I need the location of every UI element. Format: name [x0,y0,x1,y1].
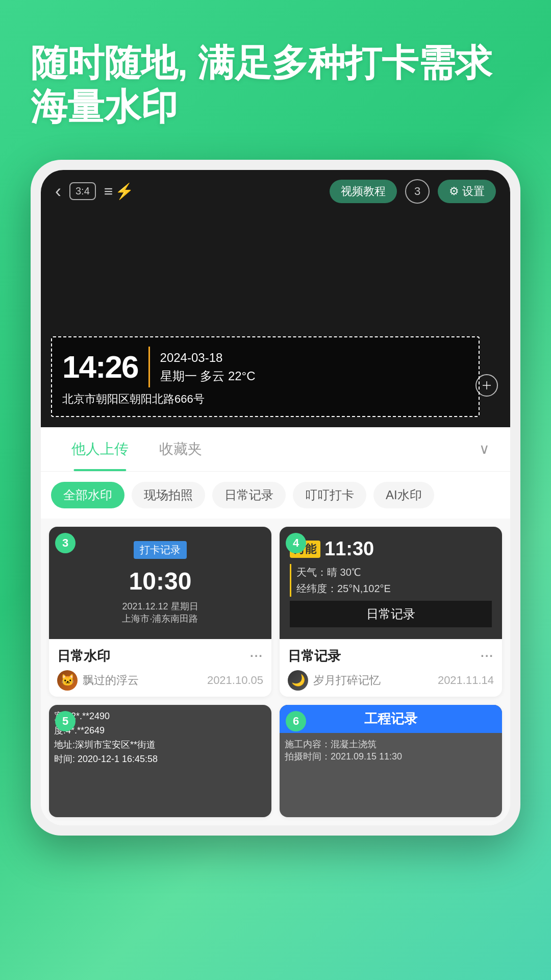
card-5-badge: 5 [55,711,76,731]
watermark-weather: 星期一 多云 22°C [160,367,256,385]
card-4-avatar: 🌙 [288,670,308,691]
card-5[interactable]: 5 宽:12*.**2490 度:4*.**2649 地址:深圳市宝安区**街道… [49,705,271,817]
card-6-header: 工程记录 [280,705,502,733]
card-3-avatar: 🐱 [57,670,78,691]
filter-scene[interactable]: 现场拍照 [132,482,205,508]
crosshair-icon [475,374,498,397]
card-3-date-label: 2021.10.05 [207,674,263,687]
settings-label: 设置 [462,184,485,199]
card-4-weather: 天气：晴 30℃ 经纬度：25°N,102°E [290,564,492,597]
watermark-overlay[interactable]: 14:26 2024-03-18 星期一 多云 22°C 北京市朝阳区朝阳北路6… [51,336,480,417]
phone-inner: ‹ 3:4 ≡⚡ 视频教程 3 ⚙ 设置 14:26 [41,170,510,825]
watermark-divider [148,347,150,387]
watermark-info: 2024-03-18 星期一 多云 22°C [160,349,256,385]
watermark-time: 14:26 [62,349,138,385]
card-4-date-label: 2021.11.14 [438,674,494,687]
card-3-author: 飘过的浮云 [83,673,202,688]
card-4-info: 日常记录 ··· 🌙 岁月打碎记忆 2021.11.14 [280,639,502,697]
camera-view: 14:26 2024-03-18 星期一 多云 22°C 北京市朝阳区朝阳北路6… [41,213,510,427]
watermark-date: 2024-03-18 [160,349,256,367]
hero-subtitle: 海量水印 [31,85,520,129]
video-tutorial-button[interactable]: 视频教程 [330,180,397,203]
filter-daily[interactable]: 日常记录 [212,482,286,508]
watermark-address: 北京市朝阳区朝阳北路666号 [62,391,468,407]
card-4-title: 日常记录 ··· [288,647,494,665]
card-5-content: 宽:12*.**2490 度:4*.**2649 地址:深圳市宝安区**街道 时… [49,705,271,772]
card-5-preview: 5 宽:12*.**2490 度:4*.**2649 地址:深圳市宝安区**街道… [49,705,271,817]
card-4-badge: 4 [286,533,306,553]
tab-others-upload[interactable]: 他人上传 [56,427,144,471]
card-6-badge: 6 [286,711,306,731]
card-3-title: 日常水印 ··· [57,647,263,665]
card-3-addr: 上海市·浦东南田路 [122,612,198,625]
card-4-menu[interactable]: ··· [481,649,494,663]
watermark-row: 14:26 2024-03-18 星期一 多云 22°C [62,347,468,387]
card-3-info: 日常水印 ··· 🐱 飘过的浮云 2021.10.05 [49,639,271,697]
card-3-type-label: 打卡记录 [134,541,187,559]
flash-button[interactable]: ≡⚡ [104,182,134,200]
card-4-user: 🌙 岁月打碎记忆 2021.11.14 [288,670,494,691]
card-6[interactable]: 6 工程记录 施工内容：混凝土浇筑 拍摄时间：2021.09.15 11:30 [280,705,502,817]
filter-all[interactable]: 全部水印 [51,482,124,508]
watermark-grid: 3 打卡记录 10:30 2021.12.12 星期日 上海市·浦东南田路 日常… [41,519,510,825]
filter-ai[interactable]: AI水印 [373,482,434,508]
card-4-daily-label: 日常记录 [290,601,492,627]
gear-icon: ⚙ [449,185,459,198]
filter-dingding[interactable]: 叮叮打卡 [293,482,366,508]
card-3[interactable]: 3 打卡记录 10:30 2021.12.12 星期日 上海市·浦东南田路 日常… [49,527,271,697]
card-4-author: 岁月打碎记忆 [313,673,433,688]
tab-expand-button[interactable]: ∨ [474,428,495,470]
back-button[interactable]: ‹ [55,181,61,202]
settings-button[interactable]: ⚙ 设置 [438,180,496,203]
count-badge: 3 [405,179,430,204]
card-3-user: 🐱 飘过的浮云 2021.10.05 [57,670,263,691]
card-4-time: 11:30 [324,538,374,560]
hero-section: 随时随地, 满足多种打卡需求 海量水印 [0,0,551,150]
card-6-preview: 6 工程记录 施工内容：混凝土浇筑 拍摄时间：2021.09.15 11:30 [280,705,502,817]
hero-title: 随时随地, 满足多种打卡需求 [31,41,520,85]
toolbar: ‹ 3:4 ≡⚡ 视频教程 3 ⚙ 设置 [41,170,510,213]
card-3-date: 2021.12.12 星期日 [122,600,198,612]
card-4[interactable]: 4 万能 11:30 天气：晴 30℃ 经纬度：25°N,102°E 日常记录 [280,527,502,697]
card-3-time: 10:30 [129,562,192,600]
tab-bar: 他人上传 收藏夹 ∨ [41,427,510,472]
card-3-badge: 3 [55,533,76,553]
filter-bar: 全部水印 现场拍照 日常记录 叮叮打卡 AI水印 [41,472,510,519]
card-4-preview: 4 万能 11:30 天气：晴 30℃ 经纬度：25°N,102°E 日常记录 [280,527,502,639]
phone-frame: ‹ 3:4 ≡⚡ 视频教程 3 ⚙ 设置 14:26 [31,160,520,836]
card-3-preview: 3 打卡记录 10:30 2021.12.12 星期日 上海市·浦东南田路 [49,527,271,639]
phone-container: ‹ 3:4 ≡⚡ 视频教程 3 ⚙ 设置 14:26 [0,160,551,836]
card-6-content: 施工内容：混凝土浇筑 拍摄时间：2021.09.15 11:30 [280,733,502,768]
card-3-menu[interactable]: ··· [250,649,263,663]
ratio-button[interactable]: 3:4 [69,182,96,200]
tab-favorites[interactable]: 收藏夹 [144,427,217,471]
card-4-header: 万能 11:30 [290,538,492,560]
